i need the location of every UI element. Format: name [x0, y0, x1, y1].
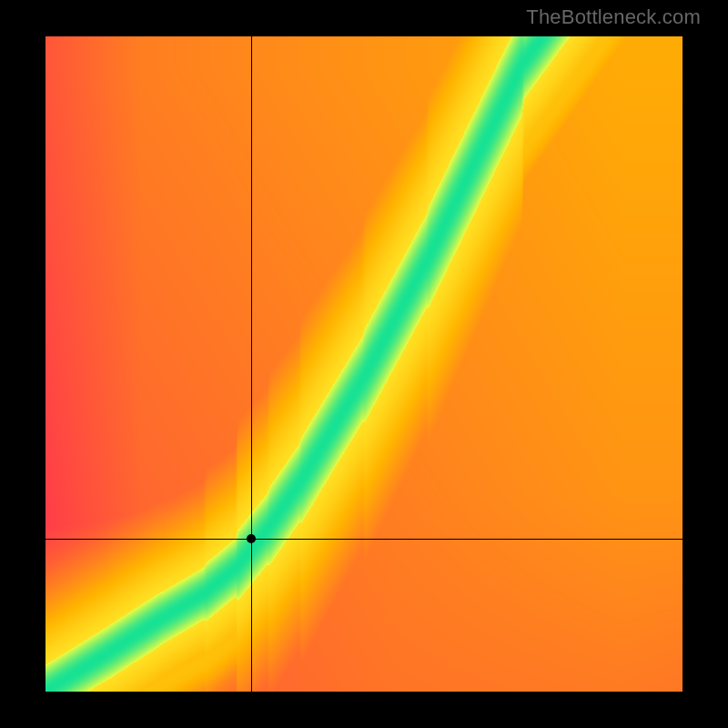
chart-frame: TheBottleneck.com [0, 0, 728, 728]
heatmap-canvas [46, 36, 682, 692]
watermark-text: TheBottleneck.com [526, 5, 701, 29]
heatmap-plot[interactable] [46, 36, 682, 692]
